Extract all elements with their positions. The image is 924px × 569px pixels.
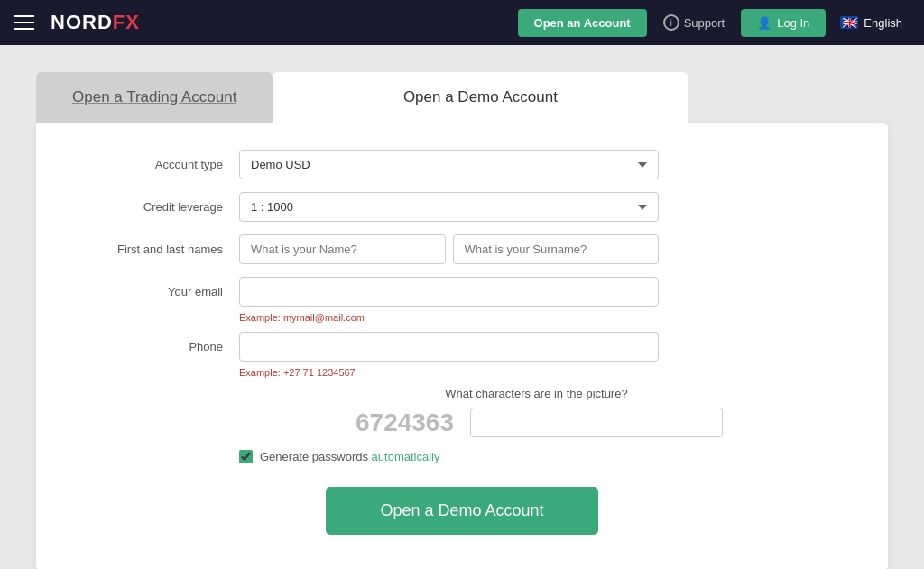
tabs-container: Open a Trading Account Open a Demo Accou… (36, 72, 888, 123)
generate-password-highlight: automatically (372, 450, 440, 463)
first-name-input[interactable] (239, 234, 446, 264)
account-type-wrap: Demo USD Demo EUR Demo GBP (239, 150, 659, 179)
name-label: First and last names (90, 243, 239, 256)
tab-demo[interactable]: Open a Demo Account (273, 72, 688, 123)
main-content: Open a Trading Account Open a Demo Accou… (0, 45, 924, 569)
tab-trading[interactable]: Open a Trading Account (36, 72, 273, 123)
account-type-select[interactable]: Demo USD Demo EUR Demo GBP (239, 150, 659, 179)
email-input[interactable] (239, 277, 659, 307)
captcha-input[interactable] (470, 408, 723, 437)
phone-input[interactable] (239, 332, 659, 362)
flag-icon (840, 16, 858, 29)
hamburger-menu[interactable] (14, 15, 34, 30)
tab-trading-label: Open a Trading Account (72, 88, 236, 106)
support-icon: i (663, 14, 679, 31)
account-type-row: Account type Demo USD Demo EUR Demo GBP (90, 150, 834, 179)
last-name-input[interactable] (453, 234, 660, 264)
captcha-row: What characters are in the picture? 6724… (90, 387, 834, 437)
logo-fx: FX (113, 11, 140, 33)
language-label: English (864, 16, 902, 30)
tab-demo-label: Open a Demo Account (403, 88, 558, 106)
name-row: First and last names (90, 234, 834, 264)
credit-leverage-row: Credit leverage 1 : 1000 1 : 500 1 : 200… (90, 192, 834, 222)
generate-password-checkbox[interactable] (239, 450, 253, 463)
captcha-question: What characters are in the picture? (90, 387, 834, 400)
credit-leverage-wrap: 1 : 1000 1 : 500 1 : 200 1 : 100 (239, 192, 659, 222)
captcha-code: 6724363 (351, 408, 459, 437)
email-hint: Example: mymail@mail.com (239, 312, 834, 323)
person-icon (757, 16, 772, 30)
support-link[interactable]: i Support (654, 9, 735, 36)
logo-nord: NORD (51, 11, 113, 33)
credit-leverage-select[interactable]: 1 : 1000 1 : 500 1 : 200 1 : 100 (239, 192, 659, 222)
phone-row: Phone (90, 332, 834, 362)
credit-leverage-label: Credit leverage (90, 200, 239, 214)
support-label: Support (684, 16, 725, 30)
phone-hint: Example: +27 71 1234567 (239, 367, 834, 378)
email-row: Your email (90, 277, 834, 307)
email-label: Your email (90, 285, 239, 298)
form-card: Account type Demo USD Demo EUR Demo GBP … (36, 123, 888, 569)
language-selector[interactable]: English (833, 13, 910, 33)
generate-password-label: Generate passwords automatically (260, 450, 439, 463)
submit-button[interactable]: Open a Demo Account (326, 487, 597, 535)
logo: NORDFX (51, 11, 140, 34)
header: NORDFX Open an Account i Support Log In … (0, 0, 924, 45)
email-wrap (239, 277, 659, 307)
phone-wrap (239, 332, 659, 362)
login-label: Log In (777, 16, 809, 30)
header-left: NORDFX (14, 11, 140, 34)
name-inputs-wrap (239, 234, 659, 264)
captcha-inner: 6724363 (202, 408, 723, 437)
open-account-button[interactable]: Open an Account (518, 9, 647, 37)
submit-row: Open a Demo Account (90, 483, 834, 535)
header-right: Open an Account i Support Log In English (518, 9, 910, 37)
phone-label: Phone (90, 340, 239, 353)
generate-password-row: Generate passwords automatically (90, 450, 834, 463)
login-button[interactable]: Log In (741, 9, 826, 37)
account-type-label: Account type (90, 158, 239, 171)
